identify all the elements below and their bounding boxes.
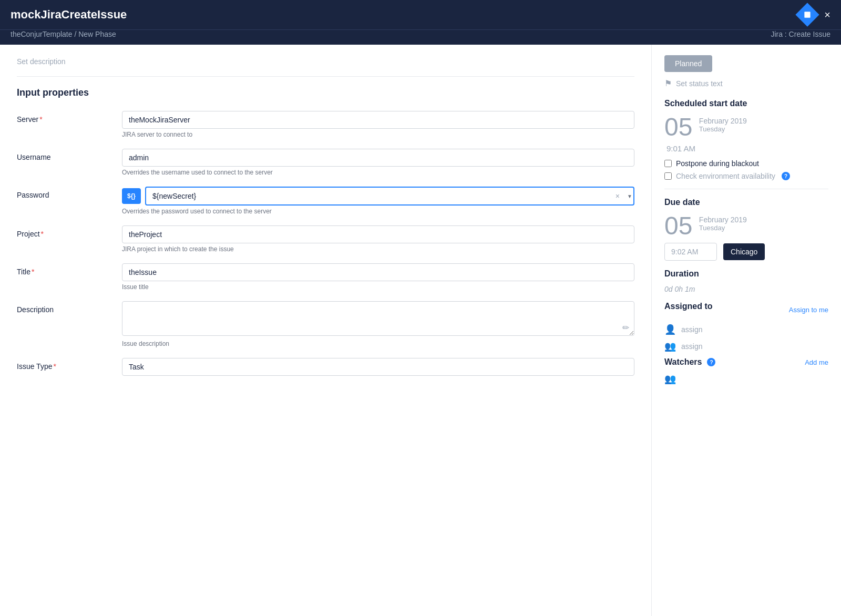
username-hint: Overrides the username used to connect t… xyxy=(122,169,634,176)
jira-logo-icon xyxy=(796,3,819,26)
password-label: Password xyxy=(17,187,111,199)
issue-type-input[interactable] xyxy=(122,358,634,376)
issue-type-required: * xyxy=(53,362,56,371)
scheduled-start-month-year: February 2019 xyxy=(699,117,747,125)
add-me-link[interactable]: Add me xyxy=(805,358,828,366)
due-date-title: Due date xyxy=(664,198,828,207)
edit-icon[interactable]: ✏ xyxy=(622,323,629,333)
username-input[interactable] xyxy=(122,149,634,167)
env-check-checkbox[interactable] xyxy=(664,172,672,180)
due-date-day-name: Tuesday xyxy=(699,224,747,232)
description-textarea[interactable] xyxy=(122,301,634,336)
title-input[interactable] xyxy=(122,263,634,281)
secret-button[interactable]: ${} xyxy=(122,188,141,204)
step-label: Jira : Create Issue xyxy=(771,30,830,38)
planned-button[interactable]: Planned xyxy=(664,55,712,72)
duration-title: Duration xyxy=(664,269,828,279)
watchers-help-icon[interactable]: ? xyxy=(707,358,715,366)
server-hint: JIRA server to connect to xyxy=(122,131,634,138)
description-label: Description xyxy=(17,301,111,314)
flag-icon: ⚑ xyxy=(664,78,672,88)
server-required: * xyxy=(39,115,42,124)
postpone-checkbox[interactable] xyxy=(664,160,672,167)
duration-value: 0d 0h 1m xyxy=(664,285,828,293)
scheduled-start-time: 9:01 AM xyxy=(666,144,828,153)
title-required: * xyxy=(32,268,34,276)
group-icon: 👥 xyxy=(664,341,676,352)
close-button[interactable]: × xyxy=(824,9,830,21)
project-required: * xyxy=(41,230,44,238)
breadcrumb: theConjurTemplate / New Phase xyxy=(11,30,116,38)
status-text-label: Set status text xyxy=(676,79,723,88)
person-assign-link[interactable]: assign xyxy=(681,325,702,334)
title-label: Title* xyxy=(17,263,111,276)
due-time-input[interactable] xyxy=(664,243,717,261)
username-label: Username xyxy=(17,149,111,161)
scheduled-start-title: Scheduled start date xyxy=(664,99,828,108)
project-label: Project* xyxy=(17,225,111,238)
issue-type-label: Issue Type* xyxy=(17,358,111,371)
env-check-help-icon[interactable]: ? xyxy=(782,172,790,180)
password-clear-icon[interactable]: × xyxy=(616,192,620,200)
title-hint: Issue title xyxy=(122,283,634,291)
server-label: Server* xyxy=(17,111,111,124)
password-dropdown-icon[interactable]: ▼ xyxy=(627,193,632,199)
scheduled-start-day-name: Tuesday xyxy=(699,125,747,133)
input-properties-title: Input properties xyxy=(17,87,634,98)
due-date-day: 05 xyxy=(664,213,692,239)
description-hint: Issue description xyxy=(122,340,634,347)
env-check-label: Check environment availability xyxy=(676,172,775,180)
assign-to-me-link[interactable]: Assign to me xyxy=(789,306,828,314)
assigned-to-title: Assigned to xyxy=(664,302,713,311)
server-input[interactable] xyxy=(122,111,634,129)
password-input[interactable] xyxy=(145,187,634,206)
project-input[interactable] xyxy=(122,225,634,243)
group-assign-link[interactable]: assign xyxy=(681,342,702,351)
due-date-month-year: February 2019 xyxy=(699,215,747,224)
password-hint: Overrides the password used to connect t… xyxy=(122,208,634,215)
window-title: mockJiraCreateIssue xyxy=(11,8,127,22)
watchers-title: Watchers xyxy=(664,357,702,367)
set-description-text: Set description xyxy=(17,57,634,66)
scheduled-start-day: 05 xyxy=(664,115,692,140)
project-hint: JIRA project in which to create the issu… xyxy=(122,245,634,253)
chicago-timezone-badge: Chicago xyxy=(723,243,765,260)
watchers-icon: 👥 xyxy=(664,373,676,385)
postpone-label: Postpone during blackout xyxy=(676,159,759,168)
person-icon: 👤 xyxy=(664,324,676,335)
